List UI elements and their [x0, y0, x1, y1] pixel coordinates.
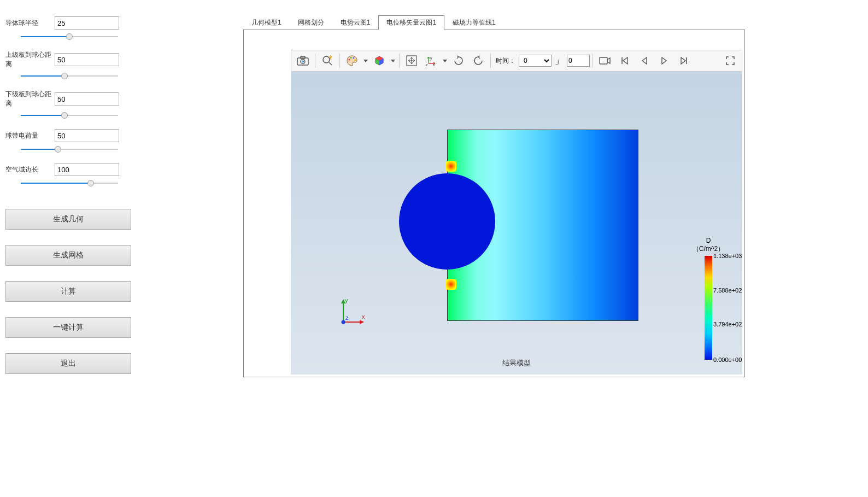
palette-icon[interactable]	[343, 51, 361, 70]
viewport-toolbar: yxz 时间： 0 」	[291, 50, 742, 72]
video-camera-icon[interactable]	[596, 51, 614, 70]
param-slider[interactable]	[21, 33, 118, 40]
generate-mesh-button[interactable]: 生成网格	[5, 245, 131, 266]
param-input[interactable]	[55, 53, 119, 66]
camera-icon[interactable]	[294, 51, 312, 70]
legend-tick: 3.794e+02	[713, 321, 742, 328]
tab-1[interactable]: 网格划分	[290, 15, 332, 30]
skip-end-icon[interactable]	[675, 51, 693, 70]
axis-orient-icon[interactable]: yxz	[422, 51, 441, 70]
param-slider[interactable]	[21, 72, 118, 80]
legend-tick: 7.588e+02	[713, 287, 742, 294]
play-reverse-icon[interactable]	[635, 51, 654, 70]
rotate-ccw-icon[interactable]	[469, 51, 488, 70]
slider-thumb[interactable]	[55, 146, 61, 153]
param-label: 球带电荷量	[5, 131, 55, 141]
svg-rect-1	[301, 56, 305, 59]
svg-point-7	[350, 57, 352, 59]
zoom-spark-icon[interactable]	[318, 51, 337, 70]
one-click-compute-button[interactable]: 一键计算	[5, 317, 131, 338]
action-buttons: 生成几何 生成网格 计算 一键计算 退出	[5, 209, 137, 374]
legend-tick: 1.138e+03	[713, 253, 742, 259]
hotspot-top	[445, 161, 456, 172]
param-label: 导体球半径	[5, 19, 55, 28]
svg-text:y: y	[430, 56, 432, 61]
param-slider[interactable]	[21, 179, 118, 187]
param-slider[interactable]	[21, 112, 118, 119]
tab-4[interactable]: 磁场力等值线1	[444, 15, 504, 30]
tab-2[interactable]: 电势云图1	[332, 15, 379, 30]
param-label: 空气域边长	[5, 165, 55, 174]
tab-0[interactable]: 几何模型1	[243, 15, 290, 30]
svg-point-9	[354, 60, 356, 61]
time-label: 时间：	[496, 56, 515, 66]
legend-title-1: D	[682, 237, 735, 244]
compute-button[interactable]: 计算	[5, 281, 131, 302]
svg-point-4	[323, 56, 330, 63]
render-canvas[interactable]: y x z D （C/m^2） 1.138e+037.588e+023.794e…	[291, 72, 742, 375]
parameter-panel: 导体球半径上级板到球心距离下级板到球心距离球带电荷量空气域边长 生成几何 生成网…	[5, 16, 137, 389]
frame-separator-icon: 」	[555, 55, 564, 67]
param-row-3: 球带电荷量	[5, 129, 137, 153]
frame-input[interactable]	[567, 55, 590, 67]
skip-start-icon[interactable]	[615, 51, 634, 70]
viewport-frame: yxz 时间： 0 」	[243, 30, 745, 377]
svg-point-8	[353, 57, 355, 59]
main-area: 几何模型1网格划分电势云图1电位移矢量云图1磁场力等值线1	[243, 15, 745, 377]
param-label: 上级板到球心距离	[5, 50, 55, 69]
fit-view-icon[interactable]	[402, 51, 421, 70]
conductor-sphere	[399, 173, 495, 270]
param-row-0: 导体球半径	[5, 16, 137, 40]
exit-button[interactable]: 退出	[5, 353, 131, 374]
slider-thumb[interactable]	[87, 180, 94, 186]
slider-thumb[interactable]	[61, 73, 68, 79]
svg-text:z: z	[345, 314, 349, 321]
svg-point-3	[302, 61, 304, 63]
svg-text:x: x	[362, 313, 365, 320]
time-select[interactable]: 0	[519, 55, 552, 67]
slider-thumb[interactable]	[61, 112, 68, 119]
param-input[interactable]	[55, 92, 119, 106]
tab-3[interactable]: 电位移矢量云图1	[378, 15, 444, 30]
param-slider[interactable]	[21, 145, 118, 153]
rotate-cw-icon[interactable]	[449, 51, 468, 70]
param-row-4: 空气域边长	[5, 163, 137, 187]
fullscreen-icon[interactable]	[721, 51, 740, 70]
palette-dropdown-icon[interactable]	[362, 60, 369, 62]
slider-thumb[interactable]	[66, 33, 73, 40]
param-input[interactable]	[55, 16, 119, 30]
legend-bar: 1.138e+037.588e+023.794e+020.000e+00	[705, 256, 712, 360]
cube-icon[interactable]	[370, 51, 389, 70]
param-input[interactable]	[55, 163, 119, 176]
param-label: 下级板到球心距离	[5, 90, 55, 108]
param-row-1: 上级板到球心距离	[5, 50, 137, 80]
result-model-label: 结果模型	[291, 358, 742, 368]
play-forward-icon[interactable]	[655, 51, 673, 70]
hotspot-bottom	[445, 279, 456, 290]
svg-text:z: z	[426, 63, 428, 67]
param-input[interactable]	[55, 129, 119, 142]
tabs: 几何模型1网格划分电势云图1电位移矢量云图1磁场力等值线1	[243, 15, 745, 30]
svg-point-19	[342, 320, 345, 324]
svg-text:y: y	[345, 297, 348, 303]
param-row-2: 下级板到球心距离	[5, 90, 137, 119]
svg-point-6	[349, 59, 350, 61]
generate-geometry-button[interactable]: 生成几何	[5, 209, 131, 230]
axis-triad: y x z	[336, 297, 368, 328]
svg-line-5	[329, 62, 332, 65]
svg-rect-14	[600, 57, 607, 64]
axis-dropdown-icon[interactable]	[442, 60, 448, 62]
svg-text:x: x	[433, 63, 435, 67]
cube-dropdown-icon[interactable]	[390, 60, 396, 62]
color-legend: D （C/m^2） 1.138e+037.588e+023.794e+020.0…	[682, 237, 735, 360]
